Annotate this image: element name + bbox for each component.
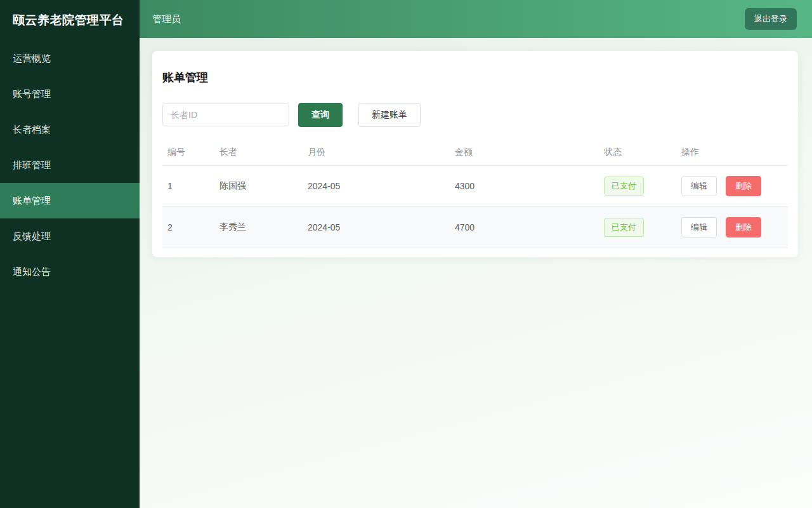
cell-amount: 4700 [450,207,599,248]
sidebar-item-bill-management[interactable]: 账单管理 [0,183,140,218]
main-area: 管理员 退出登录 账单管理 查询 新建账单 [140,0,812,508]
sidebar-item-elder-records[interactable]: 长者档案 [0,112,140,147]
elder-id-search-input[interactable] [162,104,289,126]
sidebar-item-operations-overview[interactable]: 运营概览 [0,41,140,76]
content-area: 账单管理 查询 新建账单 编号 长者 [140,38,812,508]
column-header-status: 状态 [599,140,676,166]
sidebar-item-account-management[interactable]: 账号管理 [0,76,140,112]
column-header-elder: 长者 [214,140,303,166]
create-bill-button[interactable]: 新建账单 [358,103,421,127]
status-badge: 已支付 [604,177,644,196]
logout-button[interactable]: 退出登录 [745,8,797,30]
column-header-id: 编号 [162,140,214,166]
search-button[interactable]: 查询 [298,103,343,127]
cell-elder: 陈国强 [214,166,303,207]
sidebar-item-shift-management[interactable]: 排班管理 [0,147,140,183]
edit-button[interactable]: 编辑 [681,217,717,237]
bill-management-card: 账单管理 查询 新建账单 编号 长者 [152,51,798,257]
cell-elder: 李秀兰 [214,207,303,248]
bills-table: 编号 长者 月份 金额 状态 操作 1 陈国强 2024-05 4300 已支付 [162,140,788,248]
current-user-label: 管理员 [152,13,181,25]
cell-amount: 4300 [450,166,599,207]
delete-button[interactable]: 删除 [726,217,761,237]
table-row: 1 陈国强 2024-05 4300 已支付 编辑 删除 [162,166,788,207]
sidebar: 颐云养老院管理平台 运营概览 账号管理 长者档案 排班管理 账单管理 反馈处理 … [0,0,140,508]
column-header-month: 月份 [303,140,450,166]
column-header-amount: 金额 [450,140,599,166]
table-row: 2 李秀兰 2024-05 4700 已支付 编辑 删除 [162,207,788,248]
status-badge: 已支付 [604,218,644,237]
sidebar-item-notices[interactable]: 通知公告 [0,254,140,290]
top-header: 管理员 退出登录 [140,0,812,38]
cell-id: 1 [162,166,214,207]
toolbar: 查询 新建账单 [162,103,788,127]
edit-button[interactable]: 编辑 [681,176,717,196]
sidebar-menu: 运营概览 账号管理 长者档案 排班管理 账单管理 反馈处理 通知公告 [0,41,140,290]
delete-button[interactable]: 删除 [726,176,761,196]
column-header-actions: 操作 [676,140,788,166]
cell-id: 2 [162,207,214,248]
cell-month: 2024-05 [303,166,450,207]
table-header-row: 编号 长者 月份 金额 状态 操作 [162,140,788,166]
app-title: 颐云养老院管理平台 [0,0,140,41]
cell-month: 2024-05 [303,207,450,248]
sidebar-item-feedback-handling[interactable]: 反馈处理 [0,218,140,254]
page-title: 账单管理 [162,70,788,85]
